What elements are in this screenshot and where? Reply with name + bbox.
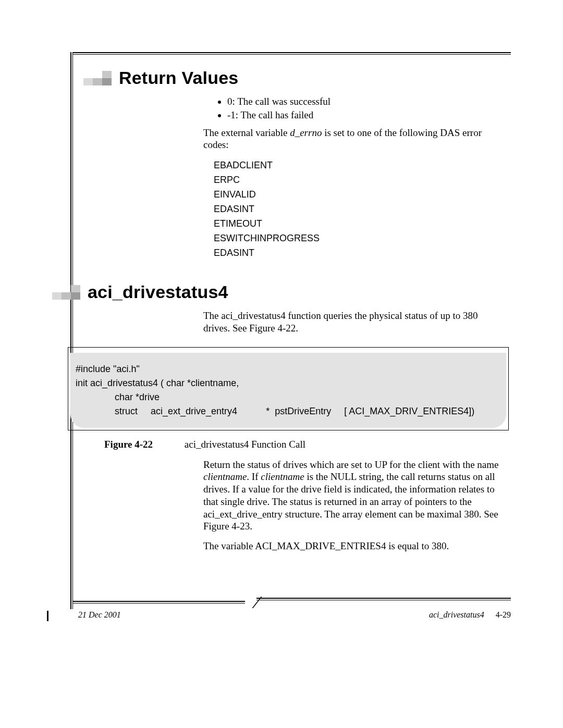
- error-code: EINVALID: [214, 188, 506, 202]
- list-item: -1: The call has failed: [227, 109, 506, 121]
- footer-page-number: 4-29: [496, 610, 511, 619]
- description-paragraph-2: The variable ACI_MAX_DRIVE_ENTRIES4 is e…: [203, 540, 506, 552]
- figure-title: aci_drivestatus4 Function Call: [185, 439, 305, 450]
- section-heading-return-values: Return Values: [83, 68, 506, 88]
- text: Return the status of drives which are se…: [203, 459, 499, 470]
- footer-date: 21 Dec 2001: [78, 610, 121, 620]
- error-code-list: EBADCLIENT ERPC EINVALID EDASINT ETIMEOU…: [214, 158, 506, 260]
- text: The external variable: [203, 127, 290, 138]
- return-values-list: 0: The call was successful -1: The call …: [203, 95, 506, 121]
- footer-rule: [73, 598, 511, 607]
- text: . If: [247, 471, 261, 482]
- list-item: 0: The call was successful: [227, 95, 506, 108]
- error-code: ETIMEOUT: [214, 217, 506, 231]
- description-paragraph: Return the status of drives which are se…: [203, 459, 506, 533]
- footer-section-ref: aci_drivestatus4: [429, 610, 484, 619]
- error-code: EDASINT: [214, 246, 506, 260]
- var-name: d_errno: [290, 127, 322, 138]
- section-title: Return Values: [119, 68, 238, 88]
- param-name: clientname: [203, 471, 247, 482]
- top-rule: [73, 52, 511, 55]
- heading-ornament-icon: [52, 285, 80, 300]
- error-code: ERPC: [214, 173, 506, 187]
- code-figure-frame: #include "aci.h" init aci_drivestatus4 (…: [68, 347, 509, 430]
- left-rule: [70, 52, 73, 609]
- figure-caption: Figure 4-22 aci_drivestatus4 Function Ca…: [104, 439, 506, 450]
- error-code: EBADCLIENT: [214, 158, 506, 172]
- figure-label: Figure 4-22: [104, 439, 153, 450]
- section-heading-aci-drivestatus4: aci_drivestatus4: [52, 282, 506, 302]
- error-code: EDASINT: [214, 202, 506, 216]
- intro-paragraph: The aci_drivestatus4 function queries th…: [203, 310, 506, 335]
- param-name: clientname: [261, 471, 304, 482]
- revision-bar: [47, 611, 48, 621]
- errno-paragraph: The external variable d_errno is set to …: [203, 127, 506, 152]
- error-code: ESWITCHINPROGRESS: [214, 231, 506, 245]
- section-title: aci_drivestatus4: [88, 282, 228, 302]
- footer: 21 Dec 2001 aci_drivestatus4 4-29: [78, 610, 511, 620]
- heading-ornament-icon: [83, 71, 112, 85]
- code-listing: #include "aci.h" init aci_drivestatus4 (…: [70, 353, 506, 428]
